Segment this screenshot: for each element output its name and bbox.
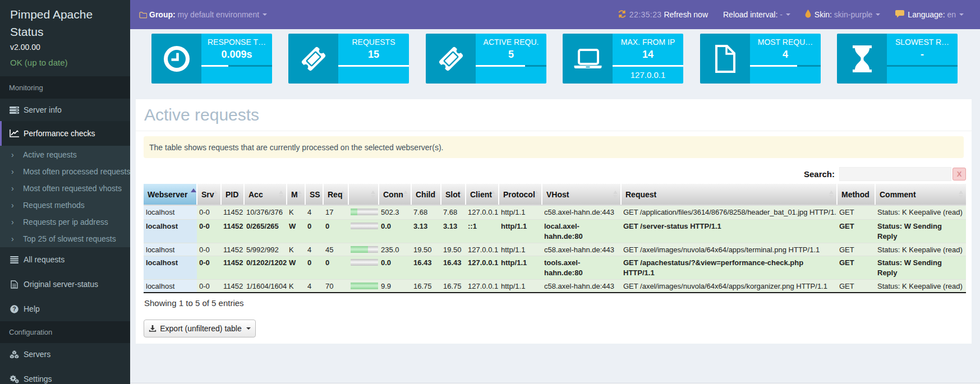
- svg-text:?: ?: [12, 306, 16, 312]
